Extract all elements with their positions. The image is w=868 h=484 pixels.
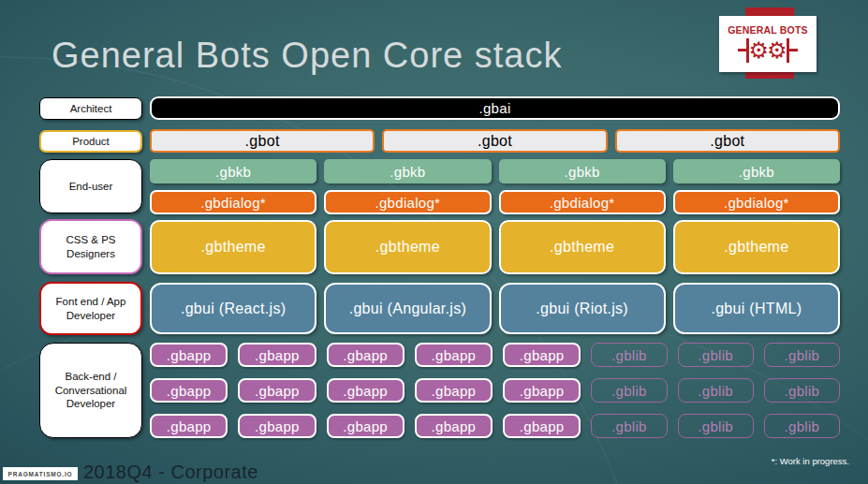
stack-box-gbapp: .gbapp bbox=[238, 343, 316, 367]
layer-row-gbui: .gbui (React.js) .gbui (Angular.js) .gbu… bbox=[150, 283, 840, 334]
stack-box-gbapp: .gbapp bbox=[238, 414, 316, 438]
slide-canvas: General Bots Open Core stack GENERAL BOT… bbox=[0, 0, 868, 484]
stack-box-gbapp: .gbapp bbox=[415, 378, 493, 403]
stack-box-gbapp: .gbapp bbox=[150, 414, 228, 438]
stack-box-gbui-html: .gbui (HTML) bbox=[673, 283, 840, 334]
role-label-text: Product bbox=[72, 135, 110, 148]
stack-box-gblib: .gblib bbox=[678, 378, 754, 403]
role-label-text: Font end / App Developer bbox=[51, 295, 131, 322]
stack-box-gblib: .gblib bbox=[591, 343, 667, 367]
stack-box-gbapp: .gbapp bbox=[327, 378, 405, 403]
stack-box-gblib: .gblib bbox=[764, 343, 840, 367]
layer-row-gbtheme: .gbtheme .gbtheme .gbtheme .gbtheme bbox=[150, 220, 840, 274]
stack-box-gblib: .gblib bbox=[678, 414, 754, 438]
layer-row-gbkb: .gbkb .gbkb .gbkb .gbkb bbox=[150, 159, 840, 183]
page-title: General Bots Open Core stack bbox=[51, 36, 562, 76]
logo-tick-right bbox=[789, 49, 798, 51]
logo-text: GENERAL BOTS bbox=[728, 24, 808, 36]
stack-box-gbdialog: .gbdialog* bbox=[150, 190, 316, 214]
role-label-back-end-developer: Back-end / Conversational Developer bbox=[39, 343, 142, 438]
stack-box-gbkb: .gbkb bbox=[673, 159, 840, 183]
stack-box-gbot: .gbot bbox=[150, 129, 375, 153]
stack-box-gbot: .gbot bbox=[382, 129, 607, 153]
stack-box-gblib: .gblib bbox=[591, 378, 667, 403]
stack-box-gbui-riot: .gbui (Riot.js) bbox=[499, 283, 666, 334]
gear-icon: ⚙⚙ bbox=[738, 37, 797, 65]
layer-row-gbot: .gbot .gbot .gbot bbox=[150, 129, 840, 153]
stack-box-gbapp: .gbapp bbox=[150, 343, 228, 367]
stack-box-gbapp: .gbapp bbox=[503, 378, 581, 403]
stack-box-gbapp: .gbapp bbox=[415, 343, 493, 367]
stack-box-gbapp: .gbapp bbox=[503, 414, 581, 438]
layer-row-backend-1: .gbapp .gbapp .gbapp .gbapp .gbapp .gbli… bbox=[150, 343, 840, 367]
role-label-text: Back-end / Conversational Developer bbox=[50, 370, 132, 410]
stack-box-gbkb: .gbkb bbox=[499, 159, 666, 183]
stack-box-gblib: .gblib bbox=[591, 414, 667, 438]
stack-box-gbtheme: .gbtheme bbox=[673, 220, 840, 274]
stack-box-gbapp: .gbapp bbox=[327, 343, 405, 367]
role-label-product: Product bbox=[39, 130, 142, 153]
stack-box-gbtheme: .gbtheme bbox=[499, 220, 666, 274]
stack-box-gbdialog: .gbdialog* bbox=[499, 190, 666, 214]
role-label-css-ps-designers: CSS & PS Designers bbox=[39, 219, 142, 274]
stack-box-gbapp: .gbapp bbox=[503, 343, 581, 367]
work-in-progress-footnote: *: Work in progress. bbox=[772, 456, 849, 466]
stack-box-gblib: .gblib bbox=[764, 414, 840, 438]
stack-box-gbapp: .gbapp bbox=[327, 414, 405, 438]
role-label-architect: Architect bbox=[39, 97, 142, 120]
layer-row-backend-2: .gbapp .gbapp .gbapp .gbapp .gbapp .gbli… bbox=[150, 378, 840, 403]
stack-box-gbapp: .gbapp bbox=[238, 378, 316, 403]
stack-box-gbtheme: .gbtheme bbox=[324, 220, 491, 274]
stack-box-gblib: .gblib bbox=[764, 378, 840, 403]
stack-box-gbai: .gbai bbox=[150, 96, 840, 120]
gear-icon: ⚙ bbox=[748, 39, 769, 62]
role-label-end-user: End-user bbox=[39, 159, 142, 213]
general-bots-logo: GENERAL BOTS ⚙⚙ bbox=[719, 16, 817, 72]
role-label-front-end-developer: Font end / App Developer bbox=[39, 282, 142, 335]
role-label-text: Architect bbox=[70, 102, 112, 115]
stack-box-gbkb: .gbkb bbox=[150, 159, 316, 183]
stack-box-gbot: .gbot bbox=[615, 129, 840, 153]
stack-box-gbui-react: .gbui (React.js) bbox=[150, 283, 316, 334]
role-label-text: End-user bbox=[69, 180, 113, 193]
stack-box-gbapp: .gbapp bbox=[150, 378, 228, 403]
stack-box-gbkb: .gbkb bbox=[324, 159, 491, 183]
stack-box-gbdialog: .gbdialog* bbox=[673, 190, 840, 214]
role-label-text: CSS & PS Designers bbox=[51, 233, 131, 260]
gear-icon: ⚙ bbox=[767, 39, 787, 62]
layer-row-gbdialog: .gbdialog* .gbdialog* .gbdialog* .gbdial… bbox=[150, 190, 840, 214]
stack-box-gbui-angular: .gbui (Angular.js) bbox=[324, 283, 491, 334]
slide-footer-label: 2018Q4 - Corporate bbox=[83, 462, 258, 483]
layer-row-backend-3: .gbapp .gbapp .gbapp .gbapp .gbapp .gbli… bbox=[150, 414, 840, 438]
pragmatismo-brand-badge: PRAGMATISMO.IO bbox=[3, 467, 78, 480]
stack-box-gbdialog: .gbdialog* bbox=[324, 190, 491, 214]
logo-tick-left bbox=[738, 49, 746, 51]
stack-box-gblib: .gblib bbox=[678, 343, 754, 367]
stack-box-gbapp: .gbapp bbox=[415, 414, 493, 438]
layer-row-gbai: .gbai bbox=[150, 96, 840, 120]
stack-box-gbtheme: .gbtheme bbox=[150, 220, 316, 274]
